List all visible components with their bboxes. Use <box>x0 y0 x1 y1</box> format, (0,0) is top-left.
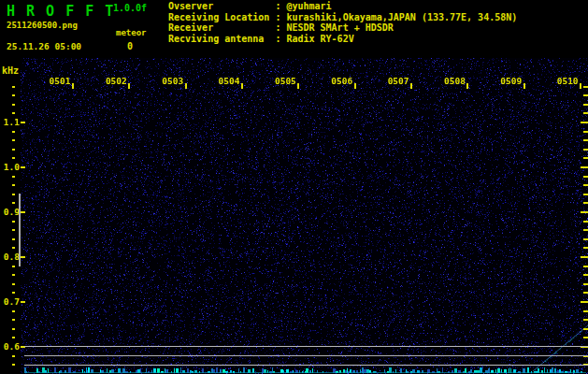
observation-separator: : <box>275 12 286 22</box>
time-tick-label: 0501 <box>39 76 80 86</box>
freq-minor-tick-right <box>583 247 588 249</box>
freq-minor-tick-right <box>583 274 588 276</box>
observation-row: Recviving antenna: Radix RY-62V <box>168 34 517 45</box>
freq-minor-tick <box>12 112 15 114</box>
carrier-line <box>24 365 588 366</box>
observation-label: Receiver <box>168 22 275 34</box>
time-tick-mark <box>128 83 130 89</box>
freq-minor-tick-right <box>583 337 588 338</box>
time-tick-mark <box>72 83 74 89</box>
time-tick-label: 0502 <box>95 76 136 86</box>
freq-tick-label: 0.7 <box>0 296 20 307</box>
freq-minor-tick <box>12 221 15 223</box>
observation-label: Receiving Location <box>168 12 275 23</box>
freq-major-tick-right <box>581 211 588 213</box>
observation-value: kurashiki,Okayama,JAPAN (133.77E, 34.58N… <box>286 12 517 22</box>
freq-minor-tick <box>12 310 15 312</box>
observation-separator: : <box>275 22 286 33</box>
app-version: 1.0.0f <box>113 3 147 13</box>
freq-minor-tick-right <box>583 310 588 312</box>
freq-minor-tick <box>12 319 15 321</box>
time-tick-mark <box>523 83 525 89</box>
freq-minor-tick <box>12 229 15 231</box>
freq-minor-tick <box>12 238 15 240</box>
freq-minor-tick-right <box>583 139 588 141</box>
observation-info-block: Ovserver: @yuhmariReceiving Location: ku… <box>168 1 517 45</box>
freq-minor-tick-right <box>583 221 588 223</box>
time-tick-label: 0508 <box>434 76 475 86</box>
freq-axis-unit-label: kHz <box>2 65 19 76</box>
meteor-count-value: 0 <box>127 41 133 51</box>
freq-major-tick-right <box>581 301 588 303</box>
freq-minor-tick-right <box>583 94 588 96</box>
freq-tick-label: 1.0 <box>0 162 20 172</box>
freq-minor-tick <box>12 202 15 204</box>
freq-minor-tick <box>12 131 15 133</box>
freq-minor-tick <box>12 247 15 249</box>
freq-minor-tick-right <box>583 283 588 285</box>
freq-minor-tick-right <box>583 112 588 114</box>
freq-tick-label: 0.9 <box>0 207 20 217</box>
freq-minor-tick-right <box>583 184 588 186</box>
freq-minor-tick-right <box>583 149 588 151</box>
freq-minor-tick <box>12 157 15 159</box>
carrier-line <box>24 355 588 356</box>
observation-separator: : <box>275 34 286 44</box>
freq-minor-tick <box>12 337 15 338</box>
carrier-line <box>24 346 588 347</box>
freq-major-tick <box>21 301 25 303</box>
freq-minor-tick-right <box>583 229 588 231</box>
time-tick-mark <box>410 83 412 89</box>
capture-timestamp: 25.11.26 05:00 <box>7 41 81 51</box>
freq-major-tick <box>21 122 25 123</box>
observation-separator: : <box>275 1 286 11</box>
freq-major-tick-right <box>581 166 588 168</box>
freq-tick-label: 0.8 <box>0 252 20 262</box>
freq-major-tick <box>21 211 25 213</box>
freq-minor-tick-right <box>583 319 588 321</box>
observation-label: Ovserver <box>168 1 275 12</box>
capture-filename: 2511260500.png <box>7 21 78 30</box>
freq-tick-label: 0.6 <box>0 341 20 352</box>
freq-minor-tick <box>12 139 15 141</box>
time-tick-label: 0507 <box>378 76 419 86</box>
freq-major-tick <box>21 166 25 168</box>
time-tick-label: 0506 <box>322 76 363 86</box>
level-scale-bar <box>19 194 21 266</box>
freq-minor-tick-right <box>583 131 588 133</box>
freq-minor-tick <box>12 194 15 195</box>
freq-minor-tick <box>12 355 15 357</box>
freq-minor-tick-right <box>583 238 588 240</box>
freq-minor-tick <box>12 104 15 106</box>
freq-minor-tick <box>12 364 15 366</box>
meteor-count-label: meteor <box>116 28 147 37</box>
time-tick-label: 0510 <box>547 76 588 86</box>
observation-label: Recviving antenna <box>168 34 275 45</box>
time-tick-mark <box>354 83 356 89</box>
time-tick-label: 0509 <box>491 76 532 86</box>
observation-value: @yuhmari <box>286 1 331 11</box>
freq-major-tick-right <box>581 122 588 123</box>
freq-minor-tick <box>12 176 15 178</box>
time-tick-mark <box>580 83 581 89</box>
freq-minor-tick-right <box>583 157 588 159</box>
freq-minor-tick-right <box>583 266 588 267</box>
observation-row: Ovserver: @yuhmari <box>168 1 517 12</box>
time-tick-label: 0504 <box>208 76 250 86</box>
freq-major-tick <box>21 256 25 258</box>
freq-major-tick-right <box>581 256 588 258</box>
freq-minor-tick-right <box>583 328 588 330</box>
freq-minor-tick <box>12 94 15 96</box>
time-tick-label: 0505 <box>265 76 306 86</box>
freq-minor-tick <box>12 266 15 267</box>
observation-row: Receiving Location: kurashiki,Okayama,JA… <box>168 12 517 23</box>
app-title: H R O F F T <box>7 3 115 20</box>
freq-minor-tick-right <box>583 292 588 294</box>
hrofft-screen: H R O F F T 1.0.0f 2511260500.png meteor… <box>0 0 588 374</box>
freq-minor-tick-right <box>583 194 588 195</box>
observation-row: Receiver: NESDR SMArt + HDSDR <box>168 22 517 34</box>
freq-minor-tick <box>12 328 15 330</box>
time-tick-mark <box>466 83 468 89</box>
freq-minor-tick-right <box>583 202 588 204</box>
freq-minor-tick <box>12 86 15 88</box>
